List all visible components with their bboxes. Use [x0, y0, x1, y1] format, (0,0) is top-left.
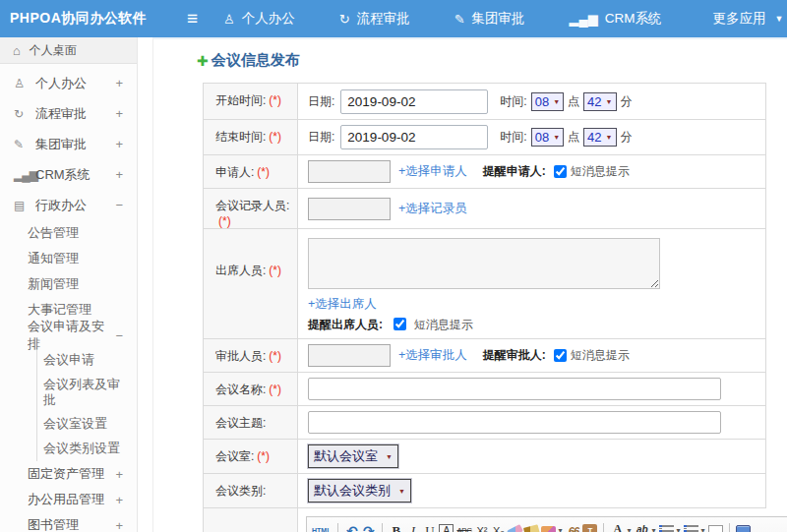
underline-icon[interactable]: U [422, 522, 437, 532]
start-date-input[interactable] [340, 89, 488, 114]
char-border-icon[interactable]: A [439, 524, 454, 532]
undo-icon[interactable]: ↶ [344, 522, 359, 532]
nav-more-apps[interactable]: 更多应用 ▼ [706, 10, 784, 28]
recorder-input[interactable] [308, 198, 391, 220]
sidebar-item-group-approval[interactable]: ✎ 集团审批 + [0, 129, 137, 159]
end-hour-select[interactable]: 08 ▼ [531, 128, 564, 147]
highlight-color-icon[interactable]: ab [635, 523, 649, 532]
redo-icon[interactable]: ↷ [361, 522, 376, 532]
applicant-input[interactable] [308, 160, 391, 183]
nav-crm-system[interactable]: ▂▄▆ CRM系统 [570, 10, 671, 28]
meeting-topic-input[interactable] [308, 411, 721, 434]
field-label: 会议记录人员: [215, 199, 289, 212]
module-icon: ▂▄▆ [14, 168, 35, 182]
hour-unit: 点 [568, 93, 579, 110]
meeting-category-select[interactable]: 默认会议类别 ▼ [308, 479, 411, 502]
new-page-icon[interactable] [708, 525, 723, 532]
sidebar-item-office-supplies[interactable]: 办公用品管理 + [0, 487, 137, 512]
sidebar-item-label: 新闻管理 [28, 275, 123, 293]
field-label: 结束时间: [215, 130, 266, 144]
expand-toggle[interactable]: + [115, 167, 123, 182]
required-mark: (*) [269, 383, 281, 396]
sidebar-item-meeting-list-approval[interactable]: 会议列表及审批 [37, 373, 137, 412]
expand-toggle[interactable]: + [115, 137, 123, 151]
fullscreen-icon[interactable] [736, 525, 751, 532]
sidebar-item-label: 行政办公 [35, 197, 115, 214]
select-recorder-link[interactable]: +选择记录员 [398, 201, 467, 217]
attendees-sms-checkbox[interactable] [394, 318, 406, 330]
ordered-list-icon[interactable] [659, 525, 674, 532]
font-color-icon[interactable]: A [610, 523, 625, 532]
bold-icon[interactable]: B [389, 522, 403, 532]
row-recorder: 会议记录人员:(*) +选择记录员 [204, 189, 765, 229]
sidebar-item-crm-system[interactable]: ▂▄▆ CRM系统 + [0, 159, 137, 190]
eraser-icon[interactable] [507, 523, 523, 532]
applicant-sms-checkbox[interactable] [554, 165, 567, 178]
toolbar-separator [382, 523, 383, 532]
start-minute-select[interactable]: 42 ▼ [583, 92, 616, 111]
sidebar-item-admin-office[interactable]: ▤ 行政办公 − [0, 190, 137, 220]
unordered-list-icon[interactable] [684, 525, 698, 532]
sidebar-item-label: 会议类别设置 [43, 441, 120, 455]
nav-personal-office[interactable]: ♙ 个人办公 [223, 10, 304, 28]
nav-process-approval[interactable]: ↻ 流程审批 [339, 10, 419, 28]
date-label: 日期: [308, 129, 334, 146]
sidebar-item-personal-desktop[interactable]: ⌂ 个人桌面 [0, 37, 137, 64]
toolbar-separator [603, 523, 604, 532]
approver-input[interactable] [308, 344, 391, 367]
menu-toggle-icon[interactable]: ≡ [187, 8, 198, 30]
row-approver: 审批人员:(*) +选择审批人 提醒审批人: 短消息提示 [204, 339, 765, 373]
nav-group-approval[interactable]: ✎ 集团审批 [454, 10, 534, 28]
end-minute-select[interactable]: 42 ▼ [583, 128, 616, 147]
blockquote-icon[interactable]: 66 [566, 522, 580, 532]
sidebar-item-news[interactable]: 新闻管理 [0, 271, 137, 297]
subscript-icon[interactable]: X₂ [491, 522, 506, 532]
expand-toggle[interactable]: − [115, 198, 123, 212]
sidebar-item-library[interactable]: 图书管理 + [0, 512, 137, 532]
chevron-down-icon: ▼ [553, 134, 560, 141]
sidebar-item-meeting-apply[interactable]: 会议申请 [37, 348, 137, 373]
sidebar-meeting-submenu: 会议申请 会议列表及审批 会议室设置 会议类别设置 [36, 348, 137, 461]
approver-sms-checkbox[interactable] [554, 349, 567, 362]
html-source-icon[interactable]: HTML [311, 522, 332, 532]
start-hour-select[interactable]: 08 ▼ [531, 92, 564, 111]
sidebar-item-meeting-category-setting[interactable]: 会议类别设置 [37, 437, 137, 461]
expand-toggle[interactable]: + [115, 76, 123, 90]
meeting-room-select[interactable]: 默认会议室 ▼ [308, 444, 398, 468]
expand-toggle[interactable]: − [115, 328, 123, 343]
meeting-name-input[interactable] [308, 378, 721, 400]
select-approver-link[interactable]: +选择审批人 [398, 347, 467, 364]
sidebar-item-process-approval[interactable]: ↻ 流程审批 + [0, 98, 137, 129]
expand-toggle[interactable]: + [115, 106, 123, 121]
end-date-input[interactable] [340, 125, 488, 149]
end-minute-value: 42 [587, 130, 601, 145]
sidebar-item-label: 会议申请及安排 [28, 318, 115, 353]
strikethrough-icon[interactable]: ABC [455, 522, 472, 532]
sidebar-item-personal-office[interactable]: ♙ 个人办公 + [0, 68, 137, 98]
sidebar-item-meeting-room-setting[interactable]: 会议室设置 [37, 412, 137, 437]
sidebar-item-fixed-assets[interactable]: 固定资产管理 + [0, 461, 137, 487]
sidebar-item-label: 通知管理 [28, 250, 123, 267]
meeting-room-value: 默认会议室 [314, 447, 378, 465]
superscript-icon[interactable]: X² [474, 522, 489, 532]
paste-text-icon[interactable]: T [582, 524, 597, 532]
italic-icon[interactable]: I [405, 522, 420, 532]
sidebar-item-meeting-request[interactable]: 会议申请及安排 − [0, 323, 137, 348]
paint-format-icon[interactable] [541, 526, 556, 532]
select-attendees-link[interactable]: +选择出席人 [308, 297, 377, 311]
module-icon: ♙ [14, 77, 35, 90]
format-brush-icon[interactable] [523, 524, 540, 532]
time-label: 时间: [500, 129, 526, 146]
nav-item-label: 集团审批 [472, 10, 525, 28]
expand-toggle[interactable]: + [115, 467, 123, 482]
sidebar-item-announcement[interactable]: 公告管理 [0, 220, 137, 246]
remind-applicant-label: 提醒申请人: [483, 163, 546, 180]
field-label: 会议类别: [215, 484, 266, 498]
nav-item-label: 更多应用 [713, 10, 766, 28]
expand-toggle[interactable]: + [115, 518, 123, 532]
nav-item-label: CRM系统 [605, 10, 662, 28]
attendees-textarea[interactable] [308, 238, 660, 289]
expand-toggle[interactable]: + [115, 493, 123, 507]
sidebar-item-notice[interactable]: 通知管理 [0, 246, 137, 271]
select-applicant-link[interactable]: +选择申请人 [398, 163, 467, 180]
